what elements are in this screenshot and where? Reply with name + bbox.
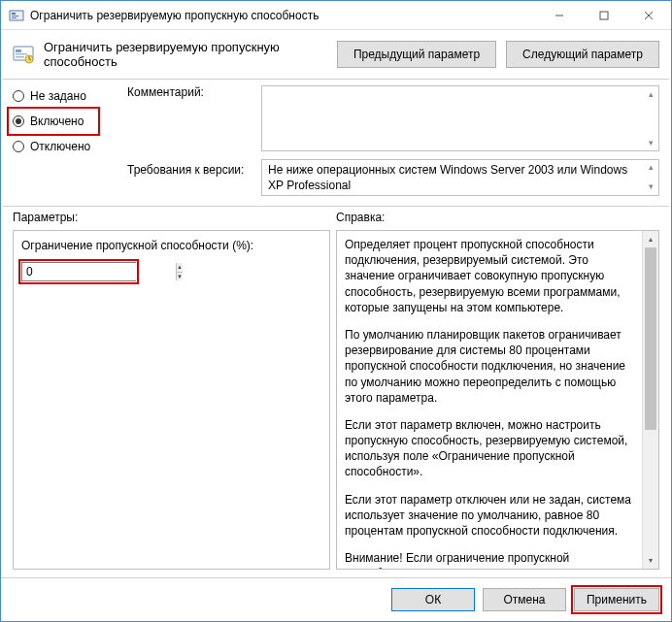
parameters-panel: Ограничение пропускной способности (%): … xyxy=(13,230,330,570)
radio-enabled-label: Включено xyxy=(30,115,84,128)
requirements-label: Требования к версии: xyxy=(127,163,253,177)
spinner-down-button[interactable]: ▼ xyxy=(177,273,183,281)
scroll-down-button[interactable]: ▾ xyxy=(643,552,658,569)
svg-rect-11 xyxy=(16,56,24,58)
bandwidth-limit-spinner-wrap: ▲ ▼ xyxy=(21,262,136,281)
spinner-up-button[interactable]: ▲ xyxy=(177,263,183,273)
dialog-footer: ОК Отмена Применить xyxy=(1,577,671,621)
comment-label: Комментарий: xyxy=(127,85,253,151)
radio-not-configured[interactable]: Не задано xyxy=(13,89,119,103)
help-scrollbar[interactable]: ▴ ▾ xyxy=(642,231,658,569)
comment-textarea[interactable]: ▴ ▾ xyxy=(261,85,659,151)
radio-group: Не задано Включено Отключено xyxy=(13,85,119,196)
radio-enabled[interactable]: Включено xyxy=(13,115,119,128)
scroll-up-button[interactable]: ▴ xyxy=(643,231,658,247)
help-panel: Определяет процент пропускной способност… xyxy=(336,230,659,570)
titlebar-title: Ограничить резервируемую пропускную спос… xyxy=(30,9,537,22)
requirements-box: Не ниже операционных систем Windows Serv… xyxy=(261,159,659,196)
svg-rect-5 xyxy=(600,12,608,19)
header-title: Ограничить резервируемую пропускную спос… xyxy=(44,40,327,69)
previous-setting-button[interactable]: Предыдущий параметр xyxy=(337,41,496,68)
apply-button[interactable]: Применить xyxy=(574,588,659,611)
scroll-thumb[interactable] xyxy=(645,247,656,430)
scroll-up-icon[interactable]: ▴ xyxy=(645,88,656,100)
svg-rect-3 xyxy=(12,17,17,18)
help-paragraph: Если этот параметр отключен или не задан… xyxy=(345,492,638,540)
bandwidth-limit-spinner[interactable]: ▲ ▼ xyxy=(21,262,136,281)
field-labels-col: Комментарий: Требования к версии: xyxy=(127,85,253,196)
bandwidth-limit-input[interactable] xyxy=(22,263,176,280)
top-section: Не задано Включено Отключено Комментарий… xyxy=(1,80,671,206)
requirements-text: Не ниже операционных систем Windows Serv… xyxy=(268,163,627,192)
titlebar: Ограничить резервируемую пропускную спос… xyxy=(1,1,671,30)
svg-rect-10 xyxy=(16,53,27,55)
dialog-window: Ограничить резервируемую пропускную спос… xyxy=(0,0,672,622)
app-icon xyxy=(9,8,24,23)
radio-not-configured-label: Не задано xyxy=(30,89,86,103)
minimize-button[interactable] xyxy=(537,1,582,30)
cancel-button[interactable]: Отмена xyxy=(483,588,566,611)
help-label: Справка: xyxy=(336,211,385,224)
maximize-button[interactable] xyxy=(582,1,626,30)
svg-rect-2 xyxy=(12,16,18,16)
help-paragraph: Определяет процент пропускной способност… xyxy=(345,237,638,315)
mid-labels: Параметры: Справка: xyxy=(1,207,671,230)
next-setting-button[interactable]: Следующий параметр xyxy=(506,41,659,68)
svg-rect-1 xyxy=(12,13,16,15)
close-button[interactable] xyxy=(626,1,671,30)
help-text: Определяет процент пропускной способност… xyxy=(337,231,642,569)
ok-button[interactable]: ОК xyxy=(391,588,475,611)
scroll-down-icon[interactable]: ▾ xyxy=(645,181,656,193)
svg-rect-9 xyxy=(16,49,21,52)
fields-col: ▴ ▾ Не ниже операционных систем Windows … xyxy=(261,85,659,196)
radio-disabled-label: Отключено xyxy=(30,140,90,153)
header-row: Ограничить резервируемую пропускную спос… xyxy=(1,30,671,79)
help-paragraph: Внимание! Если ограничение пропускной сп… xyxy=(345,550,638,569)
scroll-down-icon[interactable]: ▾ xyxy=(645,137,656,148)
radio-disabled[interactable]: Отключено xyxy=(13,140,119,153)
scroll-up-icon[interactable]: ▴ xyxy=(645,162,656,174)
scroll-track[interactable] xyxy=(643,247,658,552)
parameters-label: Параметры: xyxy=(13,211,336,224)
help-paragraph: По умолчанию планировщик пакетов огранич… xyxy=(345,327,638,406)
main-section: Ограничение пропускной способности (%): … xyxy=(1,230,671,577)
policy-icon xyxy=(13,44,34,65)
help-paragraph: Если этот параметр включен, можно настро… xyxy=(345,417,638,480)
bandwidth-limit-label: Ограничение пропускной способности (%): xyxy=(21,239,321,252)
